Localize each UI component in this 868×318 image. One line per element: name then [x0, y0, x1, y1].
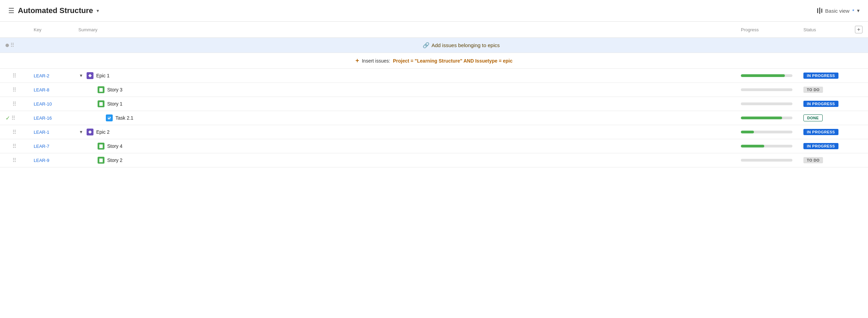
header: ☰ Automated Structure ▾ Basic view * ▾: [0, 0, 868, 22]
view-label[interactable]: Basic view: [825, 8, 849, 14]
progress-cell: [735, 153, 798, 167]
status-badge[interactable]: IN PROGRESS: [803, 73, 838, 79]
progress-cell: [735, 69, 798, 83]
add-issues-label: Add issues belonging to epics: [432, 42, 500, 48]
row-controls-cell: ⠿: [0, 97, 28, 111]
key-cell[interactable]: LEAR-9: [28, 153, 73, 167]
story-icon: [98, 143, 104, 150]
issue-name[interactable]: Epic 1: [96, 73, 110, 78]
col-add: +: [849, 22, 868, 38]
epic-icon: [87, 129, 93, 135]
table-row: ✓⠿LEAR-16Task 2.1DONE: [0, 111, 868, 125]
insert-query[interactable]: Project = "Learning Structure" AND Issue…: [393, 58, 512, 64]
summary-cell: Task 2.1: [73, 111, 735, 125]
issue-name[interactable]: Task 2.1: [115, 115, 133, 121]
key-cell[interactable]: LEAR-8: [28, 83, 73, 97]
progress-bar: [741, 117, 792, 119]
col-status: Status: [798, 22, 849, 38]
link-icon: 🔗: [423, 42, 430, 48]
view-bar-3: [821, 9, 822, 13]
progress-bar: [741, 159, 792, 162]
add-issues-link[interactable]: 🔗 Add issues belonging to epics: [78, 42, 844, 48]
status-badge[interactable]: TO DO: [803, 87, 823, 93]
drag-handle-icon[interactable]: ⠿: [12, 143, 16, 150]
table-row: ⠿LEAR-1▼Epic 2IN PROGRESS: [0, 125, 868, 139]
insert-prefix: Insert issues:: [362, 58, 390, 64]
row-controls-cell: ✓⠿: [0, 111, 28, 125]
issue-name[interactable]: Story 3: [107, 87, 122, 92]
status-badge[interactable]: IN PROGRESS: [803, 101, 838, 107]
drag-handle-icon[interactable]: ⠿: [12, 73, 16, 79]
view-asterisk: *: [852, 8, 854, 14]
add-column-button[interactable]: +: [855, 26, 863, 33]
row-extra-cell: [849, 139, 868, 153]
table-row: ⠿LEAR-8Story 3TO DO: [0, 83, 868, 97]
key-cell[interactable]: LEAR-7: [28, 139, 73, 153]
add-issues-key-cell: [28, 38, 73, 53]
table-row: ⠿LEAR-7Story 4IN PROGRESS: [0, 139, 868, 153]
key-cell[interactable]: LEAR-10: [28, 97, 73, 111]
col-summary: Summary: [73, 22, 735, 38]
row-controls-cell: ⠿: [0, 153, 28, 167]
main-table: Key Summary Progress Status +: [0, 22, 868, 167]
add-issues-extra: [849, 38, 868, 53]
add-issues-cell: 🔗 Add issues belonging to epics: [73, 38, 849, 53]
view-bar-2: [819, 8, 820, 14]
progress-bar: [741, 88, 792, 91]
status-cell: IN PROGRESS: [798, 69, 849, 83]
issue-name[interactable]: Story 4: [107, 143, 122, 149]
insert-issues-row: + Insert issues: Project = "Learning Str…: [0, 53, 868, 69]
progress-bar: [741, 102, 792, 105]
col-progress: Progress: [735, 22, 798, 38]
expand-button[interactable]: ▼: [78, 73, 84, 79]
summary-cell: Story 4: [73, 139, 735, 153]
expand-button[interactable]: ▼: [78, 129, 84, 135]
col-key: Key: [28, 22, 73, 38]
key-cell[interactable]: LEAR-16: [28, 111, 73, 125]
status-badge[interactable]: IN PROGRESS: [803, 143, 838, 149]
summary-cell: ▼Epic 2: [73, 125, 735, 139]
drag-handle-icon[interactable]: ⠿: [11, 115, 15, 121]
add-issues-row: ⠿ 🔗 Add issues belonging to epics: [0, 38, 868, 53]
status-badge[interactable]: DONE: [803, 114, 823, 121]
view-dropdown-icon[interactable]: ▾: [857, 8, 860, 14]
title-dropdown-icon[interactable]: ▾: [97, 8, 99, 13]
key-cell[interactable]: LEAR-1: [28, 125, 73, 139]
row-extra-cell: [849, 97, 868, 111]
drag-handle-icon[interactable]: ⠿: [12, 87, 16, 93]
progress-bar: [741, 145, 792, 147]
summary-cell: ▼Epic 1: [73, 69, 735, 83]
header-right: Basic view * ▾: [817, 8, 860, 14]
progress-cell: [735, 83, 798, 97]
status-cell: IN PROGRESS: [798, 97, 849, 111]
table-row: ⠿LEAR-10Story 1IN PROGRESS: [0, 97, 868, 111]
row-controls-cell: ⠿: [0, 69, 28, 83]
row-controls-cell: ⠿: [0, 139, 28, 153]
drag-handle-icon[interactable]: ⠿: [12, 129, 16, 135]
issue-name[interactable]: Epic 2: [96, 129, 110, 135]
progress-cell: [735, 125, 798, 139]
status-cell: TO DO: [798, 83, 849, 97]
issue-name[interactable]: Story 1: [107, 101, 122, 107]
status-badge[interactable]: TO DO: [803, 157, 823, 163]
svg-marker-6: [88, 130, 92, 134]
table-header: Key Summary Progress Status +: [0, 22, 868, 38]
insert-text: + Insert issues: Project = "Learning Str…: [5, 57, 863, 64]
drag-handle-icon[interactable]: ⠿: [12, 101, 16, 107]
progress-bar-fill: [741, 117, 782, 119]
issue-name[interactable]: Story 2: [107, 157, 122, 163]
drag-handle-icon[interactable]: ⠿: [12, 157, 16, 164]
insert-plus-icon: +: [355, 57, 359, 64]
row-extra-cell: [849, 83, 868, 97]
progress-bar-fill: [741, 131, 754, 133]
drag-handle[interactable]: ⠿: [10, 42, 14, 48]
row-extra-cell: [849, 153, 868, 167]
row-extra-cell: [849, 69, 868, 83]
table-row: ⠿LEAR-2▼Epic 1IN PROGRESS: [0, 69, 868, 83]
key-cell[interactable]: LEAR-2: [28, 69, 73, 83]
progress-cell: [735, 97, 798, 111]
status-badge[interactable]: IN PROGRESS: [803, 129, 838, 135]
page-title: Automated Structure: [18, 6, 93, 15]
status-cell: IN PROGRESS: [798, 125, 849, 139]
checkmark-icon: ✓: [5, 115, 10, 121]
